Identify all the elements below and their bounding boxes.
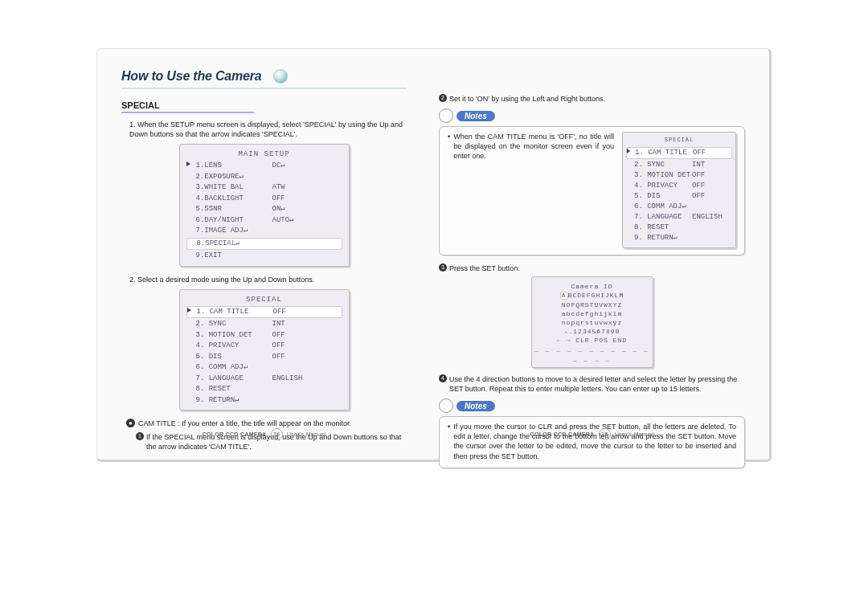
osd-key: 5. DIS	[634, 191, 692, 202]
hand-pointer-icon: ☞	[439, 108, 453, 123]
page-number-left: 36	[271, 428, 283, 440]
osd-key: 6. COMM ADJ↵	[196, 362, 272, 374]
osd-row: 2. SYNCINT	[180, 319, 349, 330]
osd-row: 5. DISOFF	[623, 191, 735, 202]
right-column: 2 Set it to 'ON' by using the Left and R…	[439, 65, 745, 445]
osd-special-menu: SPECIAL 1. CAM TITLEOFF2. SYNCINT3. MOTI…	[179, 289, 350, 411]
osd-key: 9.EXIT	[196, 251, 272, 262]
osd-value: DC↵	[272, 161, 339, 172]
osd-key: 3.WHITE BAL	[196, 182, 272, 194]
bullet-icon: ●	[126, 419, 135, 427]
osd-row: 1.LENSDC↵	[180, 161, 349, 172]
osd-row: 5.SSNRON↵	[180, 204, 349, 215]
osd-row: 8.SPECIAL↵	[186, 238, 342, 251]
osd-value: ON↵	[272, 204, 339, 215]
pointer-icon	[187, 308, 191, 313]
osd-key: 9. RETURN↵	[634, 233, 692, 243]
osd-value: OFF	[273, 307, 332, 318]
osd-value: OFF	[272, 341, 339, 352]
cam-title-substep-3: 3 Press the SET button.	[439, 264, 745, 273]
note-box-2: • If you move the cursor to CLR and pres…	[439, 416, 745, 468]
cam-title-substep-4: 4 Use the 4 direction buttons to move to…	[439, 374, 745, 394]
step-number-icon: 2	[439, 94, 447, 102]
osd-row: 2.EXPOSURE↵	[180, 172, 349, 183]
title-bar: How to Use the Camera	[121, 65, 407, 89]
osd-value: OFF	[272, 330, 339, 341]
osd-value: OFF	[272, 194, 339, 205]
camera-id-editor: Camera ID ABCDEFGHIJKLM NOPQRSTUVWXYZ ab…	[531, 276, 653, 368]
osd-value: AUTO↵	[272, 215, 339, 227]
osd-title: MAIN SETUP	[180, 150, 349, 158]
osd-row: 4. PRIVACYOFF	[623, 181, 735, 191]
osd-value	[272, 395, 339, 407]
osd-value: OFF	[692, 170, 731, 181]
notes-label: Notes	[457, 401, 495, 411]
osd-key: 1. CAM TITLE	[197, 307, 273, 318]
osd-row: 2. SYNCINT	[623, 160, 735, 170]
osd-key: 4. PRIVACY	[196, 341, 272, 352]
osd-key: 2.EXPOSURE↵	[196, 172, 272, 183]
osd-row: 4. PRIVACYOFF	[180, 341, 349, 352]
osd-value	[692, 202, 731, 212]
osd-value: ENGLISH	[272, 374, 339, 385]
osd-value	[692, 223, 731, 233]
step-number-icon: 4	[439, 374, 447, 382]
osd-key: 5. DIS	[196, 352, 272, 363]
notes-label: Notes	[457, 111, 495, 121]
osd-main-setup: MAIN SETUP 1.LENSDC↵2.EXPOSURE↵3.WHITE B…	[179, 144, 350, 267]
step-number-icon: 3	[439, 264, 447, 272]
osd-value: INT	[692, 160, 731, 170]
page-number-right: 37	[599, 428, 611, 440]
step-2: 2. Select a desired mode using the Up an…	[129, 275, 407, 284]
osd-row: 7.IMAGE ADJ↵	[180, 226, 349, 237]
osd-value: OFF	[693, 148, 727, 158]
osd-row: 3. MOTION DETOFF	[623, 170, 735, 181]
osd-key: 2. SYNC	[634, 160, 692, 170]
left-column: How to Use the Camera SPECIAL 1. When th…	[121, 65, 407, 445]
osd-row: 9. RETURN↵	[180, 395, 349, 407]
osd-key: 1.LENS	[196, 161, 272, 172]
osd-value: OFF	[692, 181, 731, 191]
osd-row: 6.DAY/NIGHTAUTO↵	[180, 215, 349, 227]
osd-key: 4. PRIVACY	[634, 181, 692, 191]
osd-key: 3. MOTION DET	[634, 170, 692, 181]
pointer-icon	[627, 149, 630, 153]
osd-key: 1. CAM TITLE	[635, 148, 693, 158]
osd-value	[272, 362, 339, 374]
osd-key: 5.SSNR	[196, 204, 272, 215]
viewport: How to Use the Camera SPECIAL 1. When th…	[0, 0, 868, 613]
camera-id-title: Camera ID	[532, 282, 653, 291]
step-1: 1. When the SETUP menu screen is display…	[129, 120, 407, 139]
osd-key: 7. LANGUAGE	[196, 374, 272, 385]
osd-row: 1. CAM TITLEOFF	[626, 147, 732, 159]
section-heading-special: SPECIAL	[121, 100, 254, 113]
osd-row: 7. LANGUAGEENGLISH	[623, 212, 735, 223]
osd-key: 6.DAY/NIGHT	[196, 215, 272, 227]
osd-value	[692, 233, 731, 243]
osd-row: 3. MOTION DETOFF	[180, 330, 349, 341]
osd-row: 1. CAM TITLEOFF	[186, 306, 342, 319]
manual-page-spread: How to Use the Camera SPECIAL 1. When th…	[96, 48, 772, 462]
osd-value: INT	[272, 319, 339, 330]
osd-row: 3.WHITE BALATW	[180, 182, 349, 194]
cam-title-substep-2: 2 Set it to 'ON' by using the Left and R…	[439, 94, 745, 104]
osd-key: 8. RESET	[196, 384, 272, 395]
osd-key: 8. RESET	[634, 223, 692, 233]
osd-row: 7. LANGUAGEENGLISH	[180, 374, 349, 385]
osd-value	[272, 384, 339, 395]
osd-value: OFF	[692, 191, 731, 202]
cam-title-description: ● CAM TITLE : If you enter a title, the …	[126, 419, 407, 428]
osd-title: SPECIAL	[623, 137, 735, 144]
osd-row: 8. RESET	[180, 384, 349, 395]
osd-title: SPECIAL	[180, 296, 349, 304]
osd-row: 8. RESET	[623, 223, 735, 233]
osd-row: 5. DISOFF	[180, 352, 349, 363]
title-orb-icon	[273, 69, 288, 84]
note-text: When the CAM TITLE menu is 'OFF', no tit…	[453, 132, 614, 248]
pointer-icon	[186, 161, 190, 166]
osd-row: 9.EXIT	[180, 251, 349, 262]
osd-key: 7.IMAGE ADJ↵	[196, 226, 272, 237]
page-title: How to Use the Camera	[121, 69, 262, 84]
osd-row: 9. RETURN↵	[623, 233, 735, 243]
osd-key: 6. COMM ADJ↵	[634, 202, 692, 212]
